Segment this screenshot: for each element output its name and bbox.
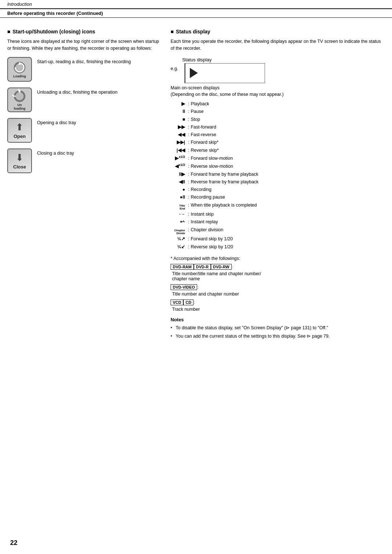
colon: :: [188, 155, 189, 162]
label-stop: Stop: [191, 116, 200, 123]
notes-section: Notes To disable the status display, set…: [171, 317, 385, 340]
list-item: II : Pause: [171, 108, 385, 115]
loading-svg-icon: [12, 60, 27, 75]
header-section: Introduction: [7, 1, 32, 7]
dvdvideo-badge: DVD-VIDEO: [171, 284, 197, 290]
label-recpause: Recording pause: [191, 194, 225, 201]
vcd-cd-group: VCD CD :: [171, 300, 385, 305]
sym-chapdiv: ChapterDivide: [171, 229, 185, 236]
sym-titleend: TitleEnd: [171, 204, 185, 211]
label-fslow: Forward slow-motion: [191, 155, 233, 162]
dvdram-badge: DVD-RAM: [171, 264, 194, 270]
on-screen-note: (Depending on the disc, some of these ma…: [171, 91, 385, 98]
colon: :: [188, 201, 189, 209]
dvdvideo-text: Title number and chapter number: [172, 292, 385, 297]
play-triangle-icon: [190, 68, 198, 78]
page-number: 22: [10, 539, 17, 547]
left-column: Start-up/Shutdown (closing) icons These …: [7, 29, 160, 341]
sym-fframe: II▶: [171, 171, 185, 178]
label-titleend: When title playback is completed: [191, 201, 257, 209]
sym-rframe: ◀II: [171, 178, 185, 186]
sym-rskip: |◀◀: [171, 147, 185, 154]
list-item: II▶ : Forward frame by frame playback: [171, 171, 385, 178]
colon: :: [188, 235, 189, 243]
label-chapdiv: Chapter division: [191, 226, 223, 234]
vcd-badge: VCD: [171, 300, 183, 305]
loading-icon-box: Loading: [7, 57, 32, 82]
colon: :: [188, 108, 189, 115]
colon: :: [188, 178, 189, 186]
list-item: ¼↗ : Forward skip by 1/20: [171, 235, 385, 243]
list-item: ▶▶ : Fast-forward: [171, 123, 385, 131]
close-arrow-icon: ⬇: [16, 152, 24, 163]
list-item: ▶▶| : Forward skip*: [171, 139, 385, 146]
status-screen-area: [184, 63, 265, 83]
right-description: Each time you operate the recorder, the …: [171, 38, 385, 52]
asterisk-note: * Accompanied with the followings:: [171, 256, 385, 261]
notes-title: Notes: [171, 317, 385, 322]
note-2: You can add the current status of the se…: [171, 333, 385, 340]
list-item: ↩· : Instant replay: [171, 218, 385, 226]
dvdrw-badge: DVD-RW: [211, 264, 232, 270]
colon: :: [188, 163, 189, 170]
label-ireplay: Instant replay: [191, 218, 218, 226]
list-item: ● : Recording: [171, 186, 385, 194]
vcd-cd-text: Track number: [172, 307, 385, 312]
label-fskip120: Forward skip by 1/20: [191, 235, 233, 243]
content-area: Start-up/Shutdown (closing) icons These …: [0, 25, 392, 345]
open-icon-row: ⬆ Open Opening a disc tray: [7, 118, 160, 143]
unloading-icon-row: Unloading Unloading a disc, finishing th…: [7, 87, 160, 112]
top-header: Introduction: [0, 0, 392, 9]
list-item: ◀◀ : Fast-reverse: [171, 131, 385, 139]
sym-play: ▶: [171, 100, 185, 108]
label-ff: Fast-forward: [191, 123, 216, 131]
unloading-svg-icon: [12, 89, 27, 103]
sym-iskip: ·→: [171, 211, 185, 218]
list-item: ●II : Recording pause: [171, 194, 385, 201]
colon: :: [188, 131, 189, 139]
list-item: ■ : Stop: [171, 116, 385, 123]
badge-colon: :: [232, 265, 233, 269]
colon: :: [188, 116, 189, 123]
label-play: Playback: [191, 100, 209, 108]
dvdram-text: Title number/title name and chapter numb…: [172, 271, 385, 281]
status-display-label: Status display: [182, 57, 212, 62]
status-screen: [185, 63, 265, 83]
colon: :: [188, 226, 189, 234]
status-screen-wrapper: [184, 63, 265, 83]
sym-pause: II: [171, 108, 185, 115]
dvdvideo-group: DVD-VIDEO :: [171, 284, 385, 290]
colon: :: [188, 147, 189, 154]
status-display-label-row: Status display: [182, 57, 385, 62]
colon: :: [188, 194, 189, 201]
list-item: ChapterDivide : Chapter division: [171, 226, 385, 236]
list-item: ▶x1/2 : Forward slow-motion: [171, 154, 385, 162]
section-header: Before operating this recorder (Continue…: [0, 9, 392, 18]
left-section-title: Start-up/Shutdown (closing) icons: [7, 29, 160, 34]
list-item: ▶ : Playback: [171, 100, 385, 108]
list-item: |◀◀ : Reverse skip*: [171, 147, 385, 154]
close-icon-row: ⬇ Close Closing a disc tray: [7, 148, 160, 173]
label-fskip: Forward skip*: [191, 139, 218, 146]
sym-rec: ●: [171, 186, 185, 194]
unloading-label: Unloading: [14, 103, 25, 111]
loading-label: Loading: [13, 75, 26, 78]
label-rskip: Reverse skip*: [191, 147, 219, 154]
on-screen-title: Main on-screen displays: [171, 85, 385, 91]
label-rec: Recording: [191, 186, 211, 194]
display-items-list: ▶ : Playback II : Pause ■ : Stop ▶▶ :: [171, 100, 385, 251]
colon: :: [188, 186, 189, 194]
dvdr-badge: DVD-R: [194, 264, 211, 270]
close-label: Close: [13, 164, 26, 170]
header-subsection: Before operating this recorder (Continue…: [7, 11, 103, 16]
left-description: These icons are displayed at the top rig…: [7, 38, 160, 52]
right-column: Status display Each time you operate the…: [171, 29, 385, 341]
sym-rskip120: ¼↙: [171, 243, 185, 251]
sym-rslow: ◀x1/2: [171, 162, 185, 170]
on-screen-displays-title: Main on-screen displays (Depending on th…: [171, 85, 385, 98]
list-item: ◀x1/2 : Reverse slow-motion: [171, 162, 385, 170]
sym-recpause: ●II: [171, 194, 185, 201]
badge-colon2: :: [197, 285, 199, 289]
close-icon-box: ⬇ Close: [7, 148, 32, 173]
sym-fskip120: ¼↗: [171, 235, 185, 243]
